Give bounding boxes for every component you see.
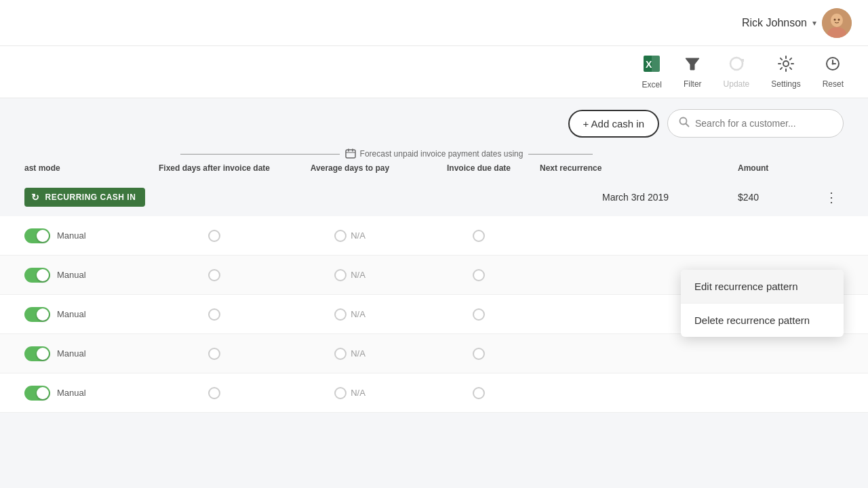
radio-avg-days-cell[interactable]: N/A bbox=[282, 308, 418, 321]
radio-avg-days[interactable] bbox=[334, 230, 347, 242]
toolbar-settings-label: Settings bbox=[771, 79, 800, 89]
col-avg-days: Average days to pay bbox=[282, 163, 418, 173]
toggle-switch[interactable] bbox=[24, 346, 50, 361]
toggle-cell: Manual bbox=[24, 346, 146, 361]
toolbar-reset[interactable]: Reset bbox=[823, 55, 844, 89]
radio-fixed-days[interactable] bbox=[208, 269, 220, 281]
svg-point-3 bbox=[831, 15, 842, 26]
toggle-switch[interactable] bbox=[24, 307, 50, 322]
reset-icon bbox=[824, 55, 842, 77]
user-name: Rick Johnson bbox=[742, 17, 807, 29]
toggle-cell: Manual bbox=[24, 307, 146, 322]
toggle-cell: Manual bbox=[24, 386, 146, 401]
toolbar-reset-label: Reset bbox=[823, 79, 844, 89]
toggle-label: Manual bbox=[57, 270, 86, 280]
table-row: Manual N/A bbox=[0, 373, 868, 413]
toggle-switch[interactable] bbox=[24, 268, 50, 283]
radio-invoice-due-cell[interactable] bbox=[418, 269, 540, 281]
radio-avg-days[interactable] bbox=[334, 348, 347, 360]
col-next-recurrence: Next recurrence bbox=[540, 163, 738, 173]
recurring-badge-label: RECURRING CASH IN bbox=[45, 192, 136, 202]
settings-icon bbox=[777, 55, 795, 77]
recurring-badge: ↻ RECURRING CASH IN bbox=[24, 188, 145, 207]
radio-invoice-due[interactable] bbox=[473, 348, 485, 360]
radio-invoice-due[interactable] bbox=[473, 387, 485, 399]
radio-invoice-due-cell[interactable] bbox=[418, 348, 540, 360]
radio-avg-days-cell[interactable]: N/A bbox=[282, 348, 418, 360]
forecast-label-text: Forecast unpaid invoice payment dates us… bbox=[360, 149, 524, 159]
radio-fixed-days-cell[interactable] bbox=[146, 230, 282, 242]
context-menu-item-edit[interactable]: Edit recurrence pattern bbox=[681, 270, 844, 304]
excel-icon: X bbox=[642, 54, 661, 77]
radio-invoice-due-cell[interactable] bbox=[418, 387, 540, 399]
na-text: N/A bbox=[351, 270, 366, 280]
toggle-label: Manual bbox=[57, 388, 86, 398]
toolbar-excel-label: Excel bbox=[642, 80, 662, 89]
radio-avg-days[interactable] bbox=[334, 387, 347, 399]
na-text: N/A bbox=[351, 388, 366, 398]
toggle-label: Manual bbox=[57, 309, 86, 319]
radio-fixed-days[interactable] bbox=[208, 308, 220, 321]
user-section[interactable]: Rick Johnson ▾ bbox=[742, 8, 852, 38]
add-cash-label: + Add cash in bbox=[583, 118, 644, 129]
radio-invoice-due-cell[interactable] bbox=[418, 308, 540, 321]
toggle-switch[interactable] bbox=[24, 386, 50, 401]
svg-point-5 bbox=[838, 18, 840, 20]
top-bar: Rick Johnson ▾ bbox=[0, 0, 868, 46]
radio-avg-days-cell[interactable]: N/A bbox=[282, 387, 418, 399]
toolbar-filter-label: Filter bbox=[684, 79, 702, 89]
toolbar-update: Update bbox=[724, 55, 750, 89]
radio-avg-days[interactable] bbox=[334, 308, 347, 321]
toolbar-settings[interactable]: Settings bbox=[771, 55, 800, 89]
svg-marker-9 bbox=[686, 58, 699, 70]
toolbar-excel[interactable]: X Excel bbox=[642, 54, 662, 89]
radio-fixed-days[interactable] bbox=[208, 230, 220, 242]
forecast-label: Forecast unpaid invoice payment dates us… bbox=[340, 148, 529, 159]
col-forecast-mode: ast mode bbox=[24, 163, 146, 173]
radio-fixed-days-cell[interactable] bbox=[146, 348, 282, 360]
search-icon bbox=[679, 117, 690, 130]
kebab-menu-button[interactable]: ⋮ bbox=[819, 185, 844, 209]
toggle-cell: Manual bbox=[24, 228, 146, 243]
toolbar-filter[interactable]: Filter bbox=[684, 55, 702, 89]
svg-point-15 bbox=[832, 63, 834, 65]
context-menu: Edit recurrence patternDelete recurrence… bbox=[681, 270, 844, 337]
user-dropdown-arrow: ▾ bbox=[812, 18, 816, 28]
radio-fixed-days-cell[interactable] bbox=[146, 269, 282, 281]
toggle-switch[interactable] bbox=[24, 228, 50, 243]
toggle-label: Manual bbox=[57, 348, 86, 359]
col-invoice-due: Invoice due date bbox=[418, 163, 540, 173]
svg-point-4 bbox=[834, 18, 836, 20]
na-text: N/A bbox=[351, 309, 366, 319]
radio-invoice-due[interactable] bbox=[473, 308, 485, 321]
radio-avg-days-cell[interactable]: N/A bbox=[282, 230, 418, 242]
svg-line-17 bbox=[686, 124, 689, 127]
radio-fixed-days-cell[interactable] bbox=[146, 308, 282, 321]
table-row: Manual N/A bbox=[0, 334, 868, 373]
search-input[interactable] bbox=[695, 118, 831, 129]
toggle-label: Manual bbox=[57, 230, 86, 241]
svg-point-11 bbox=[783, 61, 789, 66]
radio-fixed-days[interactable] bbox=[208, 387, 220, 399]
context-menu-item-delete[interactable]: Delete recurrence pattern bbox=[681, 304, 844, 337]
col-amount: Amount bbox=[738, 163, 819, 173]
radio-avg-days[interactable] bbox=[334, 269, 347, 281]
radio-invoice-due-cell[interactable] bbox=[418, 230, 540, 242]
radio-fixed-days-cell[interactable] bbox=[146, 387, 282, 399]
col-headers: ast mode Fixed days after invoice date A… bbox=[24, 161, 844, 178]
svg-text:X: X bbox=[646, 59, 652, 70]
radio-avg-days-cell[interactable]: N/A bbox=[282, 269, 418, 281]
search-box[interactable] bbox=[667, 109, 844, 138]
radio-invoice-due[interactable] bbox=[473, 269, 485, 281]
recurring-section-row: ↻ RECURRING CASH IN March 3rd 2019 $240 … bbox=[0, 178, 868, 216]
filter-icon bbox=[684, 55, 701, 77]
col-fixed-days: Fixed days after invoice date bbox=[146, 163, 282, 173]
radio-fixed-days[interactable] bbox=[208, 348, 220, 360]
table-row: Manual N/A bbox=[0, 216, 868, 256]
radio-invoice-due[interactable] bbox=[473, 230, 485, 242]
svg-rect-8 bbox=[652, 56, 660, 72]
forecast-label-row: Forecast unpaid invoice payment dates us… bbox=[24, 148, 844, 159]
toggle-cell: Manual bbox=[24, 268, 146, 283]
na-text: N/A bbox=[351, 230, 366, 241]
add-cash-button[interactable]: + Add cash in bbox=[568, 110, 659, 138]
